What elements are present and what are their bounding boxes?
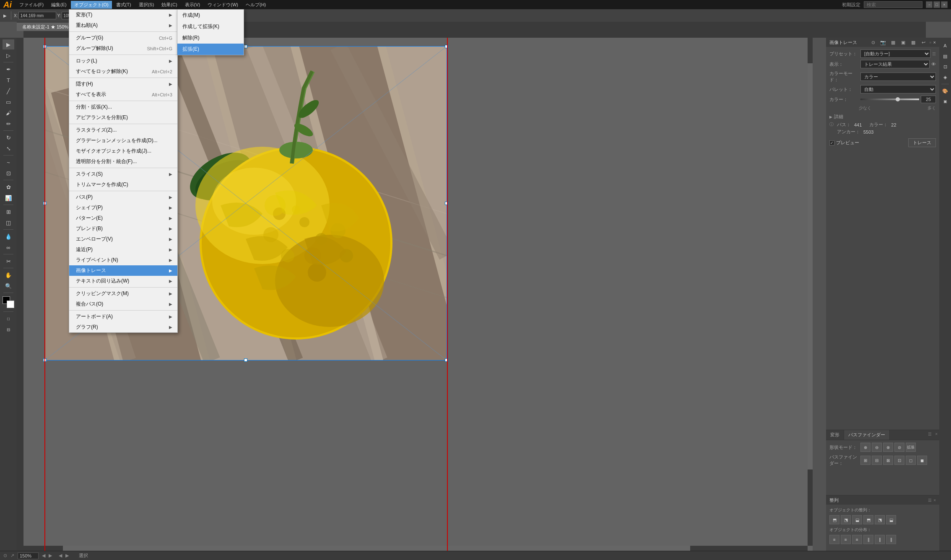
zoom-input[interactable] (18, 552, 39, 559)
menu-object[interactable]: オブジェクト(O) (71, 1, 112, 9)
tab-pathfinder[interactable]: パスファインダー (844, 430, 890, 440)
trace-button[interactable]: トレース (908, 138, 936, 147)
gradient-tool[interactable]: ◫ (3, 218, 14, 228)
right-tool-2[interactable]: ▤ (941, 52, 950, 61)
dist-top-btn[interactable]: ≡ (829, 535, 839, 544)
blend-tool[interactable]: ∞ (3, 242, 14, 252)
status-nav-next2[interactable]: ▶ (65, 553, 69, 558)
align-center-v-btn[interactable]: ⬔ (875, 515, 885, 524)
panel-resize-icon[interactable]: = (929, 40, 931, 44)
menu-effect[interactable]: 効果(C) (158, 1, 180, 9)
status-nav-prev2[interactable]: ◀ (59, 553, 62, 558)
dist-left-btn[interactable]: ‖ (863, 535, 873, 544)
minimize-button[interactable]: － (926, 1, 933, 8)
warp-tool[interactable]: ~ (3, 157, 14, 167)
menu-item-hide[interactable]: 隠す(H) ▶ (69, 79, 177, 89)
menu-item-unlock-all[interactable]: すべてをロック解除(K) Alt+Ctrl+2 (69, 66, 177, 77)
crop-btn[interactable]: ⊡ (894, 456, 904, 465)
trace-icon-2[interactable]: 📷 (879, 39, 887, 46)
close-button[interactable]: × (941, 1, 948, 8)
normal-mode-btn[interactable]: □ (3, 314, 14, 324)
submenu-create-expand[interactable]: 作成して拡張(K) (177, 21, 244, 32)
rotate-tool[interactable]: ↻ (3, 132, 14, 143)
submenu-expand[interactable]: 拡張(E) (177, 44, 244, 55)
right-tool-3[interactable]: ⊡ (941, 62, 950, 71)
menu-item-ungroup[interactable]: グループ解除(U) Shift+Ctrl+G (69, 43, 177, 54)
align-right-btn[interactable]: ⬓ (852, 515, 862, 524)
exclude-btn[interactable]: ⊘ (894, 443, 904, 452)
display-eye-icon[interactable]: 👁 (931, 62, 936, 67)
intersect-btn[interactable]: ⊗ (883, 443, 893, 452)
preset-select[interactable]: [自動カラー] (860, 49, 930, 58)
menu-item-flatten[interactable]: 透明部分を分割・統合(F)... (69, 156, 177, 167)
menu-item-rasterize[interactable]: ラスタライズ(Z)... (69, 125, 177, 135)
rect-tool[interactable]: ▭ (3, 97, 14, 107)
scale-tool[interactable]: ⤡ (3, 143, 14, 153)
color-slider-thumb[interactable] (896, 97, 900, 101)
menu-item-shape[interactable]: シェイプ(P) ▶ (69, 202, 177, 213)
type-tool[interactable]: T (3, 75, 14, 85)
scrollbar-v-thumb[interactable] (808, 63, 813, 470)
menu-item-crop-marks[interactable]: トリムマークを作成(C) (69, 179, 177, 190)
scrollbar-h-thumb[interactable] (63, 546, 690, 551)
dist-center-h-btn[interactable]: ‖ (875, 535, 885, 544)
divide-btn[interactable]: ⊞ (860, 456, 870, 465)
merge-btn[interactable]: ⊠ (883, 456, 893, 465)
outline-btn[interactable]: ◻ (906, 456, 916, 465)
handle-bm[interactable] (244, 358, 247, 362)
scissors-tool[interactable]: ✂ (3, 256, 14, 266)
menu-edit[interactable]: 編集(E) (48, 1, 70, 9)
preset-menu-icon[interactable]: ☰ (932, 52, 936, 56)
menu-item-show-all[interactable]: すべてを表示 Alt+Ctrl+3 (69, 89, 177, 100)
menu-item-lock[interactable]: ロック(L) ▶ (69, 56, 177, 66)
trace-icon-6[interactable]: ↩ (919, 39, 928, 46)
menu-item-image-trace[interactable]: 画像トレース ▶ (69, 265, 177, 276)
align-menu-icon[interactable]: ☰ (928, 498, 932, 503)
menu-item-group[interactable]: グループ(G) Ctrl+G (69, 33, 177, 43)
menu-item-mosaic[interactable]: モザイクオブジェクトを作成(J)... (69, 146, 177, 156)
align-panel-header[interactable]: 整列 ☰ × (826, 495, 939, 505)
menu-item-clipping-mask[interactable]: クリッピングマスク(M) ▶ (69, 288, 177, 299)
pencil-tool[interactable]: ✏ (3, 119, 14, 129)
right-tool-4[interactable]: ◈ (941, 73, 950, 82)
menu-item-envelope[interactable]: エンベロープ(V) ▶ (69, 234, 177, 244)
menu-file[interactable]: ファイル(F) (16, 1, 47, 9)
search-input[interactable] (864, 1, 922, 8)
column-graph-tool[interactable]: 📊 (3, 193, 14, 203)
scrollbar-h[interactable] (23, 546, 808, 551)
right-tool-1[interactable]: A (941, 41, 950, 50)
submenu-create[interactable]: 作成(M) (177, 10, 244, 21)
menu-item-text-wrap[interactable]: テキストの回り込み(W) ▶ (69, 276, 177, 286)
dist-bottom-btn[interactable]: ≡ (852, 535, 862, 544)
align-left-btn[interactable]: ⬒ (829, 515, 839, 524)
detail-section-toggle[interactable]: ▶ 詳細 (829, 114, 936, 120)
free-transform-tool[interactable]: ⊡ (3, 168, 14, 178)
menu-item-artboard[interactable]: アートボード(A) ▶ (69, 311, 177, 322)
draw-behind-btn[interactable]: ⊟ (3, 324, 14, 334)
right-tool-6[interactable]: ▣ (941, 97, 950, 106)
palette-select[interactable]: 自動 (860, 85, 936, 93)
status-nav-next[interactable]: ▶ (49, 553, 52, 558)
symbol-tool[interactable]: ✿ (3, 182, 14, 192)
trace-icon-3[interactable]: ▦ (889, 39, 897, 46)
trace-icon-1[interactable]: ⊙ (869, 39, 877, 46)
menu-item-transform[interactable]: 変形(T) ▶ (69, 10, 177, 20)
select-tool[interactable]: ▶ (3, 39, 14, 49)
menu-item-expand-appearance[interactable]: アピアランスを分割(E) (69, 112, 177, 123)
right-tool-5[interactable]: 🎨 (941, 86, 950, 96)
paintbrush-tool[interactable]: 🖌 (3, 108, 14, 118)
toolbar-x-input[interactable] (18, 12, 56, 19)
submenu-release[interactable]: 解除(R) (177, 32, 244, 44)
menu-type[interactable]: 書式(T) (113, 1, 135, 9)
menu-item-gradient-mesh[interactable]: グラデーションメッシュを作成(D)... (69, 135, 177, 146)
menu-item-path[interactable]: パス(P) ▶ (69, 192, 177, 202)
minus-back-btn[interactable]: ◼ (917, 456, 927, 465)
menu-item-graph[interactable]: グラフ(R) ▶ (69, 322, 177, 332)
expand-shape-btn[interactable]: 拡張 (906, 443, 916, 452)
toolbar-select-btn[interactable]: ▶ (2, 13, 8, 19)
pen-tool[interactable]: ✒ (3, 64, 14, 74)
unite-btn[interactable]: ⊕ (860, 443, 870, 452)
panel-close-icon[interactable]: × (933, 40, 936, 45)
align-top-btn[interactable]: ⬒ (863, 515, 873, 524)
color-mode-select[interactable]: カラー (860, 73, 936, 81)
